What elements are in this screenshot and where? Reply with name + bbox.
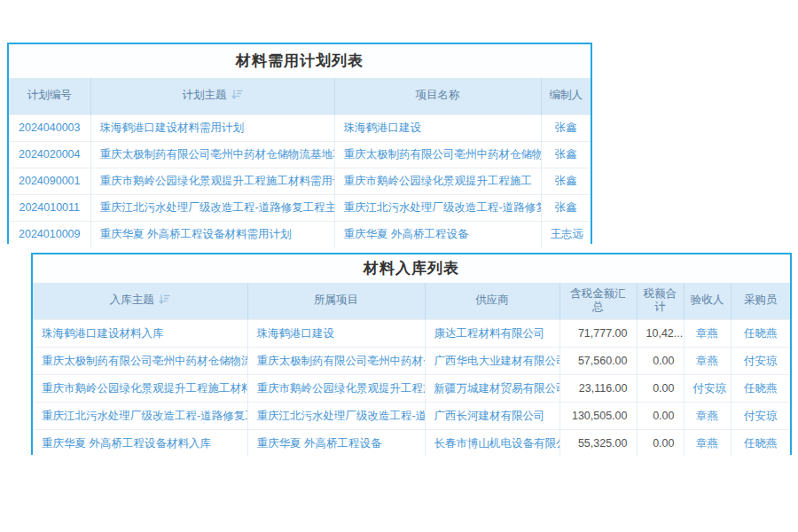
table-row: 重庆太极制药有限公司亳州中药材仓储物流基...重庆太极制药有限公司亳州中药材仓.… (33, 347, 790, 374)
cell-subject[interactable]: 重庆市鹅岭公园绿化景观提升工程施工材料需用计划 (90, 168, 334, 194)
column-header-project: 所属项目 (247, 283, 425, 319)
cell-supplier[interactable]: 广西长河建材有限公司 (425, 402, 559, 429)
cell-project[interactable]: 珠海鹤港口建设 (247, 319, 425, 347)
data-grid: 入库主题所属项目供应商含税金额汇总税额合计验收人采购员珠海鹤港口建设材料入库珠海… (33, 283, 790, 457)
cell-acceptor[interactable]: 章燕 (684, 402, 731, 429)
cell-subject[interactable]: 重庆江北污水处理厂级改造工程-道路修复工程... (33, 402, 247, 429)
table-row: 2024020004重庆太极制药有限公司亳州中药材仓储物流基地项目...重庆太极… (9, 141, 591, 168)
cell-compiler[interactable]: 张鑫 (541, 114, 591, 141)
cell-amount: 23,116.00 (559, 374, 637, 402)
column-header-compiler: 编制人 (541, 78, 591, 114)
cell-plan_no[interactable]: 2024090001 (9, 168, 90, 194)
column-header-label: 验收人 (691, 293, 724, 306)
cell-subject[interactable]: 重庆华夏 外高桥工程设备材料入库 (33, 429, 247, 457)
cell-project[interactable]: 珠海鹤港口建设 (334, 114, 541, 141)
column-header-label: 计划编号 (27, 89, 72, 101)
cell-purchaser[interactable]: 任晓燕 (731, 374, 790, 402)
cell-amount: 55,325.00 (559, 429, 637, 457)
material-requirement-plan-card: 材料需用计划列表 计划编号计划主题项目名称编制人2024040003珠海鹤港口建… (7, 43, 592, 244)
column-header-purchaser: 采购员 (731, 283, 790, 319)
cell-purchaser[interactable]: 任晓燕 (731, 429, 790, 457)
cell-amount: 57,560.00 (559, 347, 637, 374)
cell-subject[interactable]: 珠海鹤港口建设材料需用计划 (90, 114, 334, 141)
cell-acceptor[interactable]: 章燕 (684, 319, 731, 347)
cell-project[interactable]: 重庆江北污水处理厂级改造工程-道路修复工程 (334, 194, 541, 221)
column-header-label: 计划主题 (183, 89, 227, 101)
column-header-subject[interactable]: 入库主题 (33, 283, 247, 319)
header-row: 入库主题所属项目供应商含税金额汇总税额合计验收人采购员 (33, 283, 790, 319)
cell-tax: 10,42... (637, 319, 684, 347)
table-row: 2024010011重庆江北污水处理厂级改造工程-道路修复工程主要材料重庆江北污… (9, 194, 591, 221)
cell-subject[interactable]: 珠海鹤港口建设材料入库 (33, 319, 247, 347)
cell-project[interactable]: 重庆江北污水处理厂级改造工程-道路... (247, 402, 425, 429)
column-header-label: 编制人 (550, 89, 583, 101)
cell-project[interactable]: 重庆华夏 外高桥工程设备 (247, 429, 425, 457)
inbound-table-title: 材料入库列表 (33, 254, 790, 283)
column-header-label: 供应商 (475, 293, 509, 306)
cell-plan_no[interactable]: 2024010009 (9, 221, 90, 247)
table-row: 重庆市鹅岭公园绿化景观提升工程施工材料入库重庆市鹅岭公园绿化景观提升工程施工新疆… (33, 374, 790, 402)
cell-project[interactable]: 重庆太极制药有限公司亳州中药材仓... (247, 347, 425, 374)
cell-amount: 71,777.00 (559, 319, 637, 347)
sort-icon (231, 90, 243, 99)
cell-purchaser[interactable]: 任晓燕 (731, 319, 790, 347)
cell-tax: 0.00 (637, 429, 684, 457)
column-header-label: 含税金额汇总 (570, 287, 626, 314)
column-header-label: 所属项目 (314, 293, 358, 306)
material-inbound-card: 材料入库列表 入库主题所属项目供应商含税金额汇总税额合计验收人采购员珠海鹤港口建… (31, 253, 792, 455)
cell-supplier[interactable]: 康达工程材料有限公司 (425, 319, 559, 347)
table-row: 2024040003珠海鹤港口建设材料需用计划珠海鹤港口建设张鑫 (9, 114, 591, 141)
cell-subject[interactable]: 重庆太极制药有限公司亳州中药材仓储物流基地项目... (90, 141, 334, 168)
table-row: 珠海鹤港口建设材料入库珠海鹤港口建设康达工程材料有限公司71,777.0010,… (33, 319, 790, 347)
cell-project[interactable]: 重庆华夏 外高桥工程设备 (334, 221, 541, 247)
column-header-acceptor: 验收人 (684, 283, 731, 319)
table-row: 2024010009重庆华夏 外高桥工程设备材料需用计划重庆华夏 外高桥工程设备… (9, 221, 591, 247)
cell-subject[interactable]: 重庆太极制药有限公司亳州中药材仓储物流基... (33, 347, 247, 374)
column-header-supplier: 供应商 (425, 283, 559, 319)
cell-project[interactable]: 重庆太极制药有限公司亳州中药材仓储物流... (334, 141, 541, 168)
plan-table-title: 材料需用计划列表 (9, 44, 591, 78)
cell-purchaser[interactable]: 付安琼 (731, 402, 790, 429)
cell-compiler[interactable]: 王志远 (541, 221, 591, 247)
cell-plan_no[interactable]: 2024040003 (9, 114, 90, 141)
cell-tax: 0.00 (637, 374, 684, 402)
cell-compiler[interactable]: 张鑫 (541, 194, 591, 221)
cell-plan_no[interactable]: 2024020004 (9, 141, 90, 168)
column-header-subject[interactable]: 计划主题 (90, 78, 334, 114)
column-header-tax: 税额合计 (637, 283, 684, 319)
column-header-project: 项目名称 (334, 78, 541, 114)
cell-purchaser[interactable]: 付安琼 (731, 347, 790, 374)
cell-acceptor[interactable]: 章燕 (684, 429, 731, 457)
column-header-label: 采购员 (744, 293, 778, 306)
column-header-amount: 含税金额汇总 (559, 283, 637, 319)
data-grid: 计划编号计划主题项目名称编制人2024040003珠海鹤港口建设材料需用计划珠海… (9, 78, 591, 247)
cell-project[interactable]: 重庆市鹅岭公园绿化景观提升工程施工 (334, 168, 541, 194)
table-row: 2024090001重庆市鹅岭公园绿化景观提升工程施工材料需用计划重庆市鹅岭公园… (9, 168, 591, 194)
table-row: 重庆华夏 外高桥工程设备材料入库重庆华夏 外高桥工程设备长春市博山机电设备有限公… (33, 429, 790, 457)
plan-table: 计划编号计划主题项目名称编制人2024040003珠海鹤港口建设材料需用计划珠海… (9, 78, 591, 247)
cell-subject[interactable]: 重庆市鹅岭公园绿化景观提升工程施工材料入库 (33, 374, 247, 402)
cell-subject[interactable]: 重庆华夏 外高桥工程设备材料需用计划 (90, 221, 334, 247)
sort-icon (159, 294, 170, 304)
cell-amount: 130,505.00 (559, 402, 637, 429)
cell-subject[interactable]: 重庆江北污水处理厂级改造工程-道路修复工程主要材料 (90, 194, 334, 221)
cell-acceptor[interactable]: 章燕 (684, 347, 731, 374)
cell-plan_no[interactable]: 2024010011 (9, 194, 90, 221)
cell-compiler[interactable]: 张鑫 (541, 141, 591, 168)
column-header-plan_no: 计划编号 (9, 78, 90, 114)
column-header-label: 入库主题 (110, 293, 154, 306)
cell-supplier[interactable]: 广西华电大业建材有限公司 (425, 347, 559, 374)
header-row: 计划编号计划主题项目名称编制人 (9, 78, 591, 114)
cell-project[interactable]: 重庆市鹅岭公园绿化景观提升工程施工 (247, 374, 425, 402)
column-header-label: 项目名称 (416, 89, 460, 101)
cell-supplier[interactable]: 新疆万城建材贸易有限公司 (425, 374, 559, 402)
table-row: 重庆江北污水处理厂级改造工程-道路修复工程...重庆江北污水处理厂级改造工程-道… (33, 402, 790, 429)
column-header-label: 税额合计 (644, 287, 677, 314)
cell-compiler[interactable]: 张鑫 (541, 168, 591, 194)
cell-tax: 0.00 (637, 347, 684, 374)
cell-tax: 0.00 (637, 402, 684, 429)
inbound-table: 入库主题所属项目供应商含税金额汇总税额合计验收人采购员珠海鹤港口建设材料入库珠海… (33, 283, 790, 457)
cell-acceptor[interactable]: 付安琼 (684, 374, 731, 402)
cell-supplier[interactable]: 长春市博山机电设备有限公司 (425, 429, 559, 457)
